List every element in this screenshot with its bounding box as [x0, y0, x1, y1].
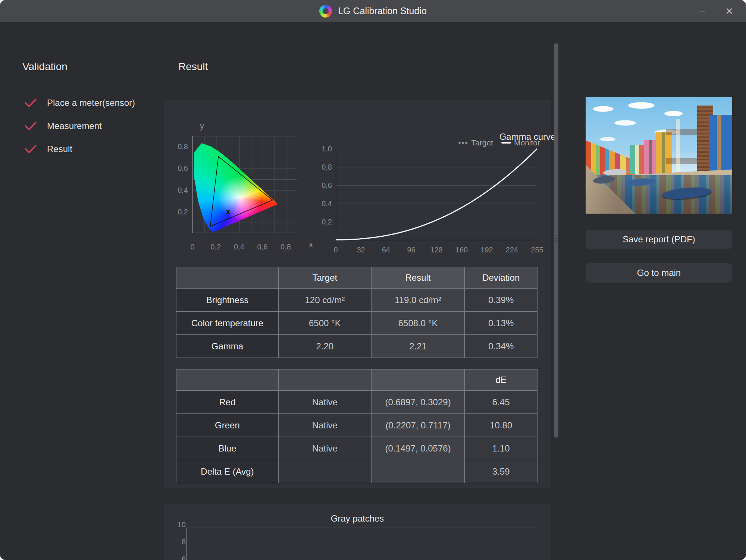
- table-cell: [278, 460, 371, 483]
- table-cell: Native: [278, 437, 371, 460]
- table-row: GreenNative(0.2207, 0.7117)10.80: [176, 414, 537, 437]
- tick-label: 0,2: [178, 208, 188, 216]
- legend-monitor: Monitor: [501, 138, 540, 147]
- tick-label: 32: [357, 246, 365, 254]
- table-cell: Delta E (Avg): [176, 460, 279, 483]
- column-header: [371, 369, 465, 391]
- table-row: BlueNative(0.1497, 0.0576)1.10: [176, 437, 537, 460]
- tick-label: 0,8: [280, 243, 291, 251]
- tick-label: 224: [506, 246, 518, 254]
- table-cell: Native: [278, 414, 371, 437]
- tick-label: 192: [480, 246, 493, 254]
- tick-label: 0,6: [257, 243, 268, 251]
- table-cell: 0.13%: [465, 312, 537, 335]
- sidebar-step-label: Result: [47, 144, 72, 154]
- table-row: Color temperature6500 °K6508.0 °K0.13%: [176, 312, 537, 335]
- table-cell: 0.39%: [465, 289, 537, 312]
- gamma-x-tick-labels: 0326496128160192224255: [336, 246, 537, 255]
- gamma-curve-plot: [336, 149, 537, 240]
- table-cell: Blue: [176, 437, 279, 460]
- validation-steps: Place a meter(sensor)MeasurementResult: [25, 96, 135, 156]
- white-point-marker: x: [226, 207, 230, 217]
- go-to-main-button[interactable]: Go to main: [586, 263, 732, 283]
- desktop-stage: LG Calibration Studio – ✕ Validation Pla…: [0, 0, 746, 560]
- photo-blue-house: [709, 115, 732, 177]
- gray-patches-title: Gray patches: [164, 513, 551, 524]
- sidebar-step: Result: [25, 142, 135, 156]
- table-cell: 0.34%: [465, 335, 537, 358]
- sidebar-step: Place a meter(sensor): [25, 96, 135, 110]
- table-cell: 2.21: [371, 335, 465, 358]
- tick-label: 0,8: [178, 142, 188, 151]
- table-row: Gamma2.202.210.34%: [176, 335, 537, 358]
- tick-label: 128: [430, 246, 442, 254]
- column-header: Deviation: [465, 267, 537, 289]
- vertical-scrollbar[interactable]: [554, 43, 558, 438]
- column-header: Result: [371, 267, 465, 289]
- table-cell: Gamma: [176, 335, 279, 358]
- table-row: Brightness120 cd/m²119.0 cd/m²0.39%: [176, 289, 537, 312]
- table-cell: Color temperature: [176, 312, 279, 335]
- gray-patches-y-tick-labels: 1086: [169, 525, 186, 559]
- titlebar: LG Calibration Studio – ✕: [0, 0, 746, 22]
- table-row: RedNative(0.6897, 0.3029)6.45: [176, 391, 537, 414]
- gamma-legend: ••• Target Monitor: [459, 138, 540, 147]
- tick-label: 96: [407, 246, 415, 254]
- close-button[interactable]: ✕: [722, 5, 736, 18]
- tick-label: 160: [455, 246, 468, 254]
- tick-label: 0: [190, 243, 194, 251]
- table-cell: 2.20: [278, 335, 371, 358]
- column-header: [278, 369, 371, 391]
- table-cell: 3.59: [465, 460, 537, 483]
- gamut-triangle: [193, 136, 297, 233]
- sidebar-step: Measurement: [25, 119, 135, 133]
- table-cell: 1.10: [465, 437, 537, 460]
- lg-calibration-studio-window: LG Calibration Studio – ✕ Validation Pla…: [0, 0, 746, 560]
- table-header-row: dE: [176, 369, 537, 391]
- minimize-button[interactable]: –: [697, 5, 708, 18]
- tick-label: 0,6: [322, 181, 332, 190]
- table-cell: Brightness: [176, 289, 279, 312]
- tick-label: 0,8: [322, 163, 332, 172]
- tick-label: 0,4: [322, 199, 332, 208]
- table-cell: (0.1497, 0.0576): [371, 437, 465, 460]
- column-header: [176, 267, 279, 289]
- tick-label: 64: [382, 246, 390, 254]
- primaries-delta-e-table: dE RedNative(0.6897, 0.3029)6.45GreenNat…: [176, 369, 537, 483]
- table-cell: 10.80: [465, 414, 537, 437]
- tick-label: 0,2: [322, 218, 332, 226]
- result-panel: y x 0,80,60,40,2 00,20,40,60,8 x Gamma c…: [164, 100, 551, 488]
- table-row: Delta E (Avg)3.59: [176, 460, 537, 483]
- table-cell: 119.0 cd/m²: [371, 289, 465, 312]
- cie-y-axis-title: y: [200, 121, 204, 131]
- color-wheel-app-icon: [319, 5, 332, 18]
- page-title: Result: [178, 61, 208, 73]
- column-header: [176, 369, 279, 391]
- gamma-y-tick-labels: 1,00,80,60,40,2: [313, 149, 332, 222]
- test-image-thumbnail: [586, 97, 732, 214]
- scrollbar-grip-icon: [555, 238, 558, 243]
- legend-target-label: Target: [471, 138, 493, 147]
- tick-label: 0: [333, 246, 338, 254]
- cie-x-tick-labels: 00,20,40,60,8: [192, 243, 286, 252]
- tick-label: 255: [531, 246, 543, 254]
- sidebar-step-label: Place a meter(sensor): [47, 98, 135, 108]
- tick-label: 8: [182, 538, 186, 546]
- tick-label: 0,6: [178, 164, 188, 173]
- table-cell: Green: [176, 414, 279, 437]
- legend-target: ••• Target: [458, 138, 493, 147]
- tick-label: 0,2: [211, 243, 221, 251]
- checkmark-icon: [25, 144, 37, 154]
- cie-x-axis-title: x: [309, 240, 313, 249]
- legend-monitor-label: Monitor: [514, 138, 540, 147]
- target-result-deviation-table: TargetResultDeviation Brightness120 cd/m…: [176, 267, 537, 358]
- checkmark-icon: [25, 121, 37, 131]
- column-header: dE: [465, 369, 537, 391]
- save-report-pdf-button[interactable]: Save report (PDF): [586, 230, 732, 249]
- tick-label: 10: [178, 520, 186, 529]
- checkmark-icon: [25, 98, 37, 108]
- window-title: LG Calibration Studio: [338, 6, 427, 16]
- tick-label: 6: [182, 555, 186, 560]
- sidebar-title: Validation: [22, 61, 68, 73]
- table-cell: (0.2207, 0.7117): [371, 414, 465, 437]
